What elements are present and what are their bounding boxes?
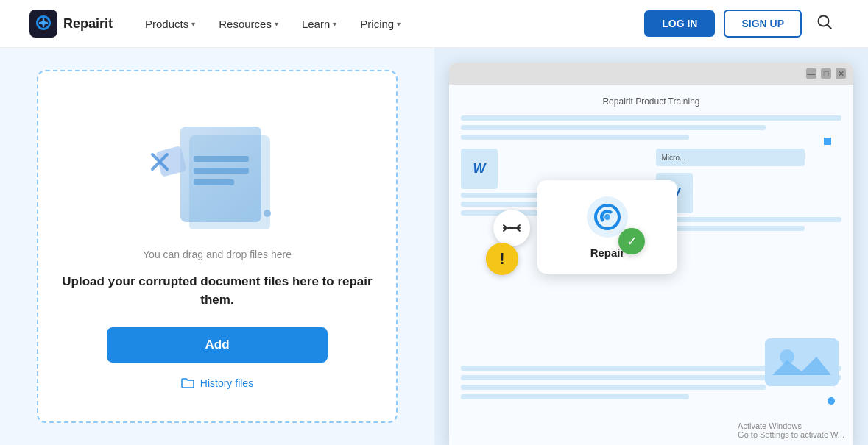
svg-line-3 — [828, 24, 832, 29]
repair-label: Repair — [590, 246, 625, 259]
window-close-btn[interactable]: ✕ — [836, 68, 846, 79]
col-line-4 — [656, 217, 842, 222]
top-doc-lines — [461, 115, 841, 140]
upload-instruction-text: Upload your corrupted document files her… — [60, 272, 374, 310]
learn-label: Learn — [302, 18, 330, 30]
drag-drop-text: You can drag and drop files here — [143, 249, 292, 260]
doc-line-1 — [461, 115, 841, 121]
activate-windows-text: Activate Windows Go to Settings to activ… — [738, 421, 844, 439]
col-line-5 — [656, 226, 805, 231]
right-panel: — □ ✕ Repairit Product Training W — [434, 48, 868, 445]
nav-item-learn[interactable]: Learn ▾ — [292, 12, 347, 36]
svg-rect-12 — [765, 338, 839, 386]
window-maximize-btn[interactable]: □ — [821, 68, 831, 79]
navbar: Repairit Products ▾ Resources ▾ Learn ▾ … — [0, 0, 868, 48]
products-label: Products — [145, 18, 188, 30]
document-illustration — [136, 104, 298, 229]
svg-point-1 — [41, 21, 46, 25]
search-icon — [816, 14, 833, 30]
add-button[interactable]: Add — [107, 327, 328, 363]
upload-zone[interactable]: You can drag and drop files here Upload … — [37, 70, 398, 423]
login-button[interactable]: LOG IN — [644, 10, 715, 37]
history-files-link[interactable]: History files — [181, 377, 253, 389]
resources-label: Resources — [219, 18, 272, 30]
nav-right: LOG IN SIGN UP — [644, 10, 839, 38]
logo-text: Repairit — [63, 16, 113, 32]
nav-item-products[interactable]: Products ▾ — [135, 12, 205, 36]
word-icon-left: W — [461, 149, 498, 189]
activate-title: Activate Windows — [738, 421, 844, 430]
products-chevron-icon: ▾ — [191, 20, 195, 28]
nav-links: Products ▾ Resources ▾ Learn ▾ Pricing ▾ — [135, 12, 644, 36]
resources-chevron-icon: ▾ — [275, 20, 278, 28]
mock-col-right: Micro... W — [656, 149, 842, 231]
window-minimize-btn[interactable]: — — [806, 68, 816, 79]
left-right-arrows-icon — [502, 222, 521, 234]
success-badge: ✓ — [618, 228, 645, 254]
learn-chevron-icon: ▾ — [333, 20, 336, 28]
window-content: Repairit Product Training W — [449, 85, 853, 445]
main-content: You can drag and drop files here Upload … — [0, 48, 868, 445]
accent-dot-1 — [824, 138, 831, 145]
nav-item-resources[interactable]: Resources ▾ — [208, 12, 289, 36]
folder-icon — [181, 377, 194, 389]
logo-area[interactable]: Repairit — [29, 10, 113, 38]
doc-line-3 — [461, 135, 689, 140]
bot-line-3 — [461, 385, 766, 390]
window-titlebar: — □ ✕ — [449, 63, 853, 85]
svg-point-15 — [604, 214, 610, 220]
navigation-arrows[interactable] — [493, 210, 530, 246]
micro-label: Micro... — [656, 149, 805, 166]
accent-dot-2 — [828, 397, 835, 405]
search-button[interactable] — [811, 11, 839, 37]
left-panel: You can drag and drop files here Upload … — [0, 48, 434, 445]
activate-subtitle: Go to Settings to activate W... — [738, 430, 844, 439]
nav-item-pricing[interactable]: Pricing ▾ — [350, 12, 411, 36]
pricing-chevron-icon: ▾ — [397, 20, 401, 28]
window-product-title: Repairit Product Training — [461, 96, 841, 107]
history-files-label: History files — [200, 377, 253, 389]
bot-line-4 — [461, 394, 689, 399]
warning-badge: ! — [486, 243, 518, 275]
logo-icon — [29, 10, 57, 38]
signup-button[interactable]: SIGN UP — [724, 10, 802, 38]
doc-line-2 — [461, 125, 766, 130]
image-placeholder — [765, 338, 839, 386]
svg-rect-11 — [189, 135, 270, 229]
repair-overlay-card: Repair — [537, 180, 677, 274]
mock-window: — □ ✕ Repairit Product Training W — [449, 63, 853, 445]
pricing-label: Pricing — [360, 18, 394, 30]
